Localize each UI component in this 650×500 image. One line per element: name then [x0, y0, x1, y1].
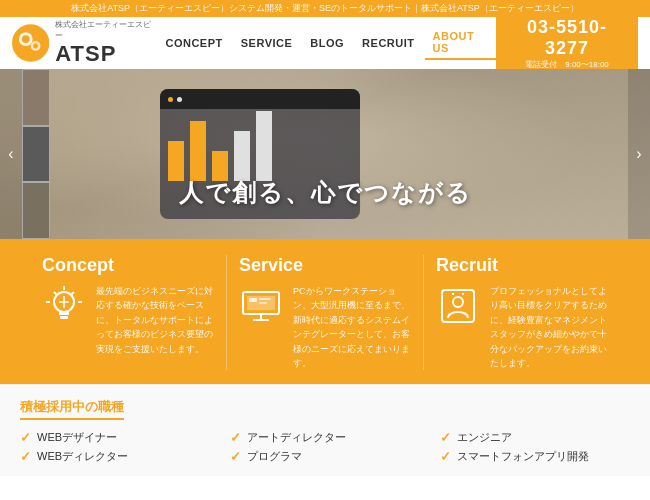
svg-rect-11	[59, 312, 69, 315]
check-icon-1: ✓	[20, 430, 31, 445]
service-service: Service PCからワークステーション、大型汎用機に至るまで、新時代に適応す…	[227, 255, 424, 370]
job-item-6: ✓ スマートフォンアプリ開発	[440, 449, 630, 464]
svg-rect-21	[259, 302, 267, 304]
nav-service[interactable]: SERVICE	[233, 33, 301, 53]
next-arrow-icon: ›	[636, 145, 641, 163]
check-icon-4: ✓	[230, 449, 241, 464]
logo-area: 株式会社エーティーエスピー ATSP	[12, 19, 157, 67]
recruit-text: プロフェッショナルとしてより高い目標をクリアするために、経験豊富なマネジメントス…	[490, 284, 608, 370]
job-item-3: ✓ アートディレクター	[230, 430, 420, 445]
phone-box: 03-5510-3277 電話受付 9:00〜18:00	[496, 13, 638, 74]
nav-concept[interactable]: CONCEPT	[157, 33, 230, 53]
svg-rect-12	[60, 316, 68, 319]
header: 株式会社エーティーエスピー ATSP CONCEPT SERVICE BLOG …	[0, 17, 650, 69]
svg-point-2	[22, 35, 30, 43]
job-label-3: アートディレクター	[247, 430, 346, 445]
hero-tagline: 人で創る、心でつながる	[179, 177, 472, 209]
service-title: Service	[239, 255, 411, 276]
job-item-1: ✓ WEBデザイナー	[20, 430, 210, 445]
hero-next-button[interactable]: ›	[628, 69, 650, 239]
job-label-6: スマートフォンアプリ開発	[457, 449, 589, 464]
jobs-grid: ✓ WEBデザイナー ✓ アートディレクター ✓ エンジニア ✓ WEBディレク…	[20, 430, 630, 464]
concept-content: 最先端のビジネスニーズに対応する確かな技術をベースに、トータルなサポートによって…	[42, 284, 214, 356]
nav-blog[interactable]: BLOG	[302, 33, 352, 53]
hero-thumb-2[interactable]	[22, 126, 50, 183]
services-section: Concept 最先端のビジネスニーズに対応する確かな技術をベースに、トータルな…	[0, 239, 650, 384]
monitor-svg	[239, 284, 283, 328]
service-recruit: Recruit プロフェッショナルとしてより高い目標をクリアするために、経験豊富…	[424, 255, 620, 370]
check-icon-6: ✓	[440, 449, 451, 464]
service-concept: Concept 最先端のビジネスニーズに対応する確かな技術をベースに、トータルな…	[30, 255, 227, 370]
svg-point-4	[33, 43, 38, 48]
nav-recruit[interactable]: RECRUIT	[354, 33, 422, 53]
concept-title: Concept	[42, 255, 214, 276]
concept-text: 最先端のビジネスニーズに対応する確かな技術をベースに、トータルなサポートによって…	[96, 284, 214, 356]
check-icon-5: ✓	[440, 430, 451, 445]
hero-thumb-1[interactable]	[22, 69, 50, 126]
hero-prev-button[interactable]: ‹	[0, 69, 22, 239]
job-label-5: エンジニア	[457, 430, 512, 445]
job-item-5: ✓ エンジニア	[440, 430, 630, 445]
check-icon-3: ✓	[230, 430, 241, 445]
hero-thumbnails	[22, 69, 50, 239]
logo-name: ATSP	[55, 41, 157, 67]
service-text: PCからワークステーション、大型汎用機に至るまで、新時代に適応するシステムインテ…	[293, 284, 411, 370]
jobs-section: 積極採用中の職種 ✓ WEBデザイナー ✓ アートディレクター ✓ エンジニア …	[0, 384, 650, 476]
prev-arrow-icon: ‹	[8, 145, 13, 163]
nav-aboutus[interactable]: ABOUT US	[425, 26, 497, 60]
bulb-icon	[42, 284, 86, 328]
service-content: PCからワークステーション、大型汎用機に至るまで、新時代に適応するシステムインテ…	[239, 284, 411, 370]
job-item-2: ✓ WEBディレクター	[20, 449, 210, 464]
logo-subtext: 株式会社エーティーエスピー	[55, 19, 157, 41]
person-icon	[436, 284, 480, 328]
job-label-4: プログラマ	[247, 449, 302, 464]
jobs-title: 積極採用中の職種	[20, 398, 124, 420]
hero-section: ‹ › 人で創る、心でつながる	[0, 69, 650, 239]
job-label-1: WEBデザイナー	[37, 430, 117, 445]
main-nav: CONCEPT SERVICE BLOG RECRUIT ABOUT US	[157, 26, 496, 60]
recruit-title: Recruit	[436, 255, 608, 276]
logo-icon	[12, 24, 49, 62]
bulb-svg	[42, 284, 86, 328]
svg-line-10	[54, 292, 57, 295]
phone-hours: 電話受付 9:00〜18:00	[506, 59, 628, 70]
top-bar-text: 株式会社ATSP（エーティーエスピー）システム開発・運営・SEのトータルサポート…	[71, 3, 579, 13]
hero-thumb-3[interactable]	[22, 182, 50, 239]
recruit-content: プロフェッショナルとしてより高い目標をクリアするために、経験豊富なマネジメントス…	[436, 284, 608, 370]
svg-point-23	[453, 297, 463, 307]
svg-rect-20	[259, 298, 271, 300]
monitor-icon	[239, 284, 283, 328]
job-item-4: ✓ プログラマ	[230, 449, 420, 464]
phone-number: 03-5510-3277	[506, 17, 628, 59]
person-svg	[436, 284, 480, 328]
check-icon-2: ✓	[20, 449, 31, 464]
job-label-2: WEBディレクター	[37, 449, 128, 464]
logo-text-area: 株式会社エーティーエスピー ATSP	[55, 19, 157, 67]
svg-line-9	[71, 292, 74, 295]
svg-rect-19	[249, 298, 257, 302]
